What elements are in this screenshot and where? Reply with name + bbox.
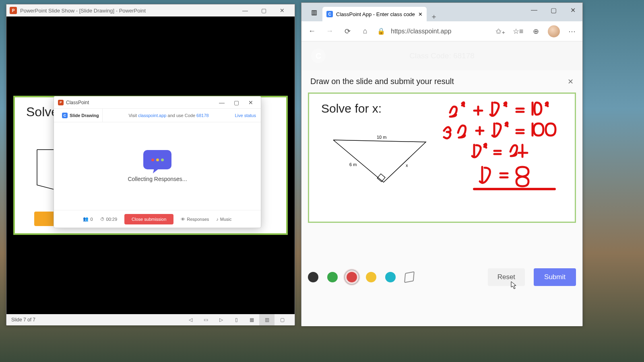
ppt-title: PowerPoint Slide Show - [Slide Drawing] … — [20, 8, 233, 14]
classpoint-logo-icon: C — [311, 49, 326, 63]
home-button[interactable]: ⌂ — [359, 27, 371, 35]
music-button[interactable]: ♪ Music — [216, 217, 231, 222]
cp-modal-footer: 👥 0 ⏱ 00:29 Close submission 👁 Responses… — [54, 210, 261, 228]
drawing-canvas[interactable]: Solve for x: 10 m 6 m x — [308, 93, 576, 223]
class-code-banner: C Class Code: 68178 — [301, 41, 582, 70]
forward-button[interactable]: → — [324, 27, 335, 35]
palette-row: Reset Submit — [301, 268, 582, 286]
edge-tab-strip: ▥ C ClassPoint App - Enter class code ✕ … — [301, 3, 582, 21]
ppt-statusbar: Slide 7 of 7 ◁ ▭ ▷ ▯ ▦ ▥ ▢ — [6, 314, 295, 325]
classpoint-app: C Class Code: 68178 Draw on the slide an… — [301, 41, 582, 326]
maximize-button[interactable]: ▢ — [544, 3, 563, 17]
classpoint-icon: C — [62, 113, 68, 118]
prompt-close-button[interactable]: ✕ — [568, 77, 574, 86]
responses-button[interactable]: 👁 Responses — [181, 217, 209, 222]
cp-visit-text: Visit classpoint.app and use Code 68178 — [107, 113, 230, 118]
back-button[interactable]: ← — [306, 27, 318, 35]
previous-slide-button[interactable]: ◁ — [183, 314, 198, 325]
browser-tab[interactable]: C ClassPoint App - Enter class code ✕ — [322, 7, 427, 21]
reading-view-button[interactable]: ▥ — [259, 314, 275, 325]
minimize-button[interactable]: — — [236, 4, 254, 16]
svg-text:10 m: 10 m — [377, 135, 386, 140]
triangle-figure: 10 m 6 m x — [325, 134, 430, 194]
eraser-button[interactable] — [404, 272, 415, 283]
timer: ⏱ 00:29 — [100, 217, 118, 222]
close-button[interactable]: ✕ — [563, 3, 582, 17]
maximize-button[interactable]: ▢ — [254, 4, 273, 16]
tab-title: ClassPoint App - Enter class code — [336, 11, 415, 17]
tab-actions-button[interactable]: ▥ — [305, 3, 322, 21]
color-swatch-yellow[interactable] — [366, 272, 376, 282]
cp-tab-slide-drawing[interactable]: C Slide Drawing — [59, 109, 103, 122]
reset-button[interactable]: Reset — [488, 268, 525, 286]
ppt-titlebar[interactable]: P PowerPoint Slide Show - [Slide Drawing… — [6, 4, 295, 16]
svg-text:6 m: 6 m — [349, 162, 357, 167]
minimize-button[interactable]: — — [524, 3, 544, 17]
normal-view-button[interactable]: ▯ — [229, 314, 244, 325]
powerpoint-icon: P — [10, 7, 17, 14]
submit-button[interactable]: Submit — [534, 268, 576, 286]
cp-tab-label: Slide Drawing — [70, 113, 99, 118]
new-tab-button[interactable]: ＋ — [427, 12, 441, 21]
refresh-button[interactable]: ⟳ — [342, 27, 353, 36]
cp-maximize-button[interactable]: ▢ — [230, 98, 242, 107]
banner-text: Class Code: 68178 — [409, 51, 475, 60]
color-swatch-red[interactable] — [347, 272, 357, 282]
handwritten-work — [442, 99, 563, 199]
color-swatch-black[interactable] — [308, 272, 318, 282]
live-status-link[interactable]: Live status — [235, 113, 256, 118]
collections-button[interactable]: ⊕ — [530, 27, 541, 36]
powerpoint-icon: P — [58, 100, 64, 105]
powerpoint-window: P PowerPoint Slide Show - [Slide Drawing… — [6, 4, 295, 325]
svg-text:x: x — [406, 163, 408, 168]
url-text: https://classpoint.app — [391, 28, 451, 35]
cp-modal-body: Collecting Responses... — [54, 122, 261, 210]
classpoint-favicon-icon: C — [326, 11, 333, 17]
close-submission-button[interactable]: Close submission — [124, 214, 173, 224]
classpoint-modal: P ClassPoint — ▢ ✕ C Slide Drawing Visit… — [54, 96, 261, 228]
cp-modal-title: ClassPoint — [66, 100, 213, 105]
color-swatch-teal[interactable] — [385, 272, 396, 282]
prompt-row: Draw on the slide and submit your result… — [301, 70, 582, 91]
cp-modal-header: C Slide Drawing Visit classpoint.app and… — [54, 109, 261, 122]
classpoint-link[interactable]: classpoint.app — [138, 113, 166, 118]
menu-button[interactable]: ⋯ — [566, 27, 578, 36]
cp-close-button[interactable]: ✕ — [245, 98, 257, 107]
code-link[interactable]: 68178 — [196, 113, 209, 118]
notes-view-button[interactable]: ▭ — [198, 314, 213, 325]
close-button[interactable]: ✕ — [273, 4, 291, 16]
slide-counter: Slide 7 of 7 — [11, 317, 35, 323]
edge-window: ▥ C ClassPoint App - Enter class code ✕ … — [301, 2, 583, 326]
participants-count: 👥 0 — [83, 216, 93, 222]
prompt-text: Draw on the slide and submit your result — [310, 77, 568, 86]
slideshow-view-button[interactable]: ▢ — [275, 314, 290, 325]
edge-toolbar: ← → ⟳ ⌂ 🔒 https://classpoint.app ✩₊ ☆≡ ⊕… — [301, 21, 582, 41]
favorites-list-button[interactable]: ☆≡ — [512, 27, 524, 36]
color-swatch-green[interactable] — [327, 272, 338, 282]
tab-close-button[interactable]: ✕ — [418, 11, 423, 17]
chat-bubble-icon — [143, 150, 171, 169]
cp-minimize-button[interactable]: — — [216, 98, 228, 107]
cp-modal-titlebar[interactable]: P ClassPoint — ▢ ✕ — [54, 97, 261, 109]
address-bar[interactable]: 🔒 https://classpoint.app — [377, 27, 488, 35]
mouse-cursor-icon — [511, 281, 516, 289]
collecting-text: Collecting Responses... — [128, 176, 187, 182]
favorite-button[interactable]: ✩₊ — [495, 27, 506, 36]
sorter-view-button[interactable]: ▦ — [244, 314, 259, 325]
next-slide-button[interactable]: ▷ — [213, 314, 229, 325]
profile-avatar[interactable] — [548, 25, 560, 37]
lock-icon: 🔒 — [377, 27, 385, 35]
